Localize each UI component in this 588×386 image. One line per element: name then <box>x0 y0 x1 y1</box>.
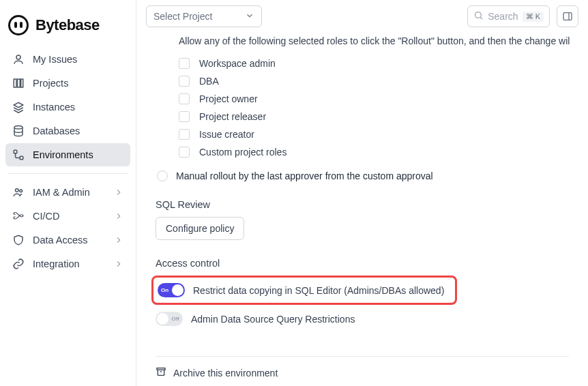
sql-review-heading: SQL Review <box>156 199 569 210</box>
infinity-icon <box>12 210 25 222</box>
sidebar: Bytebase My Issues Projects Instances Da… <box>0 0 136 386</box>
role-label: DBA <box>199 76 219 87</box>
admin-restrict-row: Off Admin Data Source Query Restrictions <box>156 309 569 329</box>
svg-point-4 <box>14 126 23 130</box>
archive-icon <box>156 366 166 379</box>
restrict-copy-highlight: On Restrict data copying in SQL Editor (… <box>151 276 457 305</box>
shield-icon <box>12 234 25 246</box>
sidebar-item-label: Data Access <box>33 235 106 246</box>
role-checklist: Workspace admin DBA Project owner Projec… <box>179 55 569 161</box>
sidebar-item-label: CI/CD <box>33 211 106 222</box>
configure-policy-button[interactable]: Configure policy <box>156 217 244 240</box>
sidebar-item-label: Projects <box>33 78 123 89</box>
sidebar-item-label: IAM & Admin <box>33 187 106 198</box>
link-icon <box>12 258 25 270</box>
rollout-description: Allow any of the following selected role… <box>179 35 569 46</box>
sidebar-item-integration[interactable]: Integration <box>5 252 130 276</box>
chevron-right-icon <box>114 259 123 269</box>
archive-environment-button[interactable]: Archive this environment <box>156 357 569 386</box>
sidebar-item-label: Instances <box>33 102 123 113</box>
svg-rect-5 <box>14 150 17 153</box>
role-row-workspace-admin: Workspace admin <box>179 55 569 72</box>
sidebar-item-label: Integration <box>33 258 106 269</box>
panel-button[interactable] <box>557 5 578 27</box>
checkbox[interactable] <box>179 93 190 104</box>
sidebar-item-my-issues[interactable]: My Issues <box>5 48 130 71</box>
manual-rollout-row: Manual rollout by the last approver from… <box>157 170 569 181</box>
restrict-copy-label: Restrict data copying in SQL Editor (Adm… <box>193 285 444 296</box>
checkbox[interactable] <box>179 58 190 69</box>
chevron-down-icon <box>245 11 254 23</box>
search-placeholder: Search <box>488 11 518 22</box>
sidebar-item-projects[interactable]: Projects <box>5 72 130 95</box>
sidebar-item-label: Databases <box>33 125 123 136</box>
checkbox[interactable] <box>179 76 190 87</box>
sidebar-item-label: Environments <box>33 149 123 160</box>
archive-label: Archive this environment <box>173 368 278 378</box>
logo-text: Bytebase <box>35 16 100 34</box>
admin-restrict-toggle[interactable]: Off <box>156 312 183 326</box>
search-icon <box>473 10 484 23</box>
users-icon <box>12 186 25 198</box>
svg-rect-6 <box>20 156 23 160</box>
svg-point-9 <box>475 12 482 18</box>
logo[interactable]: Bytebase <box>5 5 130 48</box>
role-label: Issue creator <box>199 129 254 140</box>
svg-point-7 <box>16 189 19 192</box>
restrict-copy-toggle[interactable]: On <box>158 283 185 297</box>
role-label: Custom project roles <box>199 147 286 158</box>
search-kbd: ⌘ K <box>523 12 544 22</box>
toggle-off-tag: Off <box>171 316 179 322</box>
access-control-heading: Access control <box>156 258 569 269</box>
manual-rollout-label: Manual rollout by the last approver from… <box>176 170 433 181</box>
network-icon <box>12 149 25 161</box>
search-input[interactable]: Search ⌘ K <box>467 5 550 27</box>
columns-icon <box>12 77 25 89</box>
svg-rect-11 <box>157 368 165 370</box>
sidebar-item-environments[interactable]: Environments <box>5 143 130 166</box>
checkbox[interactable] <box>179 147 190 158</box>
project-selector-label: Select Project <box>153 11 212 22</box>
logo-icon <box>8 15 29 35</box>
admin-restrict-label: Admin Data Source Query Restrictions <box>191 314 355 325</box>
role-row-custom-project-roles: Custom project roles <box>179 143 569 161</box>
role-label: Workspace admin <box>199 58 276 69</box>
role-row-project-owner: Project owner <box>179 90 569 108</box>
role-label: Project releaser <box>199 111 266 122</box>
sidebar-item-cicd[interactable]: CI/CD <box>5 205 130 228</box>
role-label: Project owner <box>199 93 258 104</box>
svg-rect-2 <box>18 79 20 87</box>
sidebar-item-instances[interactable]: Instances <box>5 95 130 119</box>
chevron-right-icon <box>114 188 123 197</box>
sidebar-item-data-access[interactable]: Data Access <box>5 228 130 252</box>
database-icon <box>12 125 25 137</box>
chevron-right-icon <box>114 211 123 221</box>
nav-separator <box>8 173 128 174</box>
svg-rect-1 <box>14 79 16 87</box>
toggle-knob <box>172 284 183 296</box>
checkbox[interactable] <box>179 129 190 140</box>
role-row-dba: DBA <box>179 72 569 90</box>
checkbox[interactable] <box>179 111 190 122</box>
project-selector[interactable]: Select Project <box>146 5 262 27</box>
toggle-knob <box>157 313 168 325</box>
main-content: Allow any of the following selected role… <box>136 27 588 386</box>
sidebar-item-iam-admin[interactable]: IAM & Admin <box>5 181 130 204</box>
svg-rect-3 <box>21 79 23 87</box>
svg-rect-10 <box>563 13 572 20</box>
role-row-issue-creator: Issue creator <box>179 125 569 143</box>
layers-icon <box>12 101 25 113</box>
svg-point-0 <box>16 55 20 59</box>
sidebar-item-databases[interactable]: Databases <box>5 119 130 143</box>
toggle-on-tag: On <box>161 287 168 293</box>
chevron-right-icon <box>114 235 123 245</box>
user-icon <box>12 53 25 65</box>
role-row-project-releaser: Project releaser <box>179 108 569 125</box>
sidebar-item-label: My Issues <box>33 54 123 65</box>
svg-point-8 <box>20 190 23 192</box>
radio-button[interactable] <box>157 170 168 181</box>
